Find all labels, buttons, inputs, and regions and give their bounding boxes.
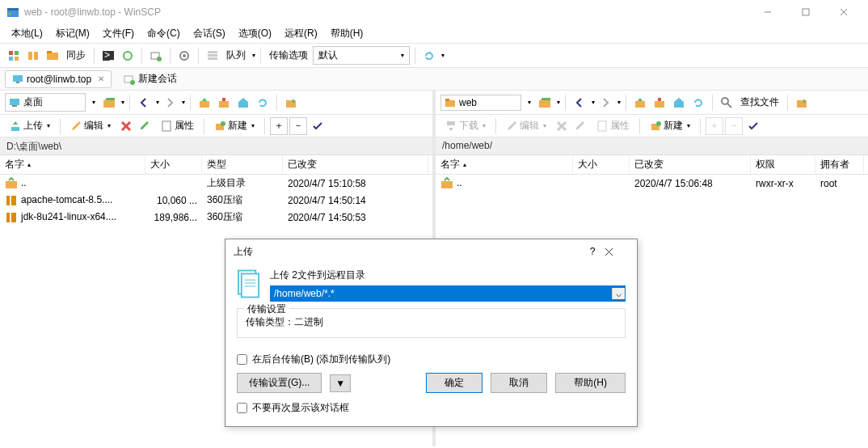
chevron-down-icon[interactable]: ▾ [441, 52, 445, 59]
forward-icon[interactable] [161, 94, 179, 112]
sync-browse-icon[interactable] [44, 47, 61, 65]
maximize-button[interactable] [787, 1, 824, 23]
menu-help[interactable]: 帮助(H) [324, 25, 370, 42]
close-icon[interactable]: ✕ [98, 74, 104, 83]
terminal-icon[interactable]: >_ [99, 47, 117, 65]
checkbox-input[interactable] [237, 403, 247, 413]
check-icon[interactable] [309, 117, 327, 135]
refresh-icon[interactable] [254, 94, 272, 112]
list-item[interactable]: jdk-8u241-linux-x64.... 189,986... 360压缩… [0, 209, 432, 226]
transfer-settings-button[interactable]: 传输设置(G)... [237, 373, 322, 393]
chevron-down-icon[interactable]: ▾ [557, 99, 560, 106]
minimize-button[interactable] [749, 1, 786, 23]
new-button[interactable]: 新建▾ [209, 117, 259, 134]
download-button[interactable]: 下载▾ [440, 117, 491, 134]
back-icon[interactable] [135, 94, 153, 112]
chevron-down-icon[interactable]: ▾ [592, 99, 595, 106]
col-changed[interactable]: 已改变 [283, 155, 428, 174]
col-type[interactable]: 类型 [202, 155, 283, 174]
col-name[interactable]: 名字▴ [0, 155, 145, 174]
plus-icon[interactable]: ＋ [270, 117, 288, 135]
dont-show-again-checkbox[interactable]: 不要再次显示该对话框 [237, 401, 626, 415]
root-dir-icon[interactable] [651, 94, 668, 112]
chevron-down-icon[interactable]: ▾ [617, 99, 621, 106]
remote-path[interactable]: /home/web/ [436, 137, 868, 154]
bookmark-icon[interactable] [282, 94, 300, 112]
remote-drive-combo[interactable]: web [440, 95, 521, 111]
compare-icon[interactable] [24, 47, 42, 65]
col-size[interactable]: 大小 [145, 155, 202, 174]
transfer-settings-dropdown[interactable]: ▼ [330, 374, 351, 392]
upload-button[interactable]: 上传▾ [5, 117, 55, 134]
properties-button[interactable]: 属性 [592, 117, 634, 134]
properties-button[interactable]: 属性 [156, 117, 199, 134]
parent-dir-icon[interactable] [631, 94, 649, 112]
col-changed[interactable]: 已改变 [630, 155, 751, 174]
find-icon[interactable] [718, 94, 735, 112]
bookmark-icon[interactable] [793, 94, 811, 112]
menu-remote[interactable]: 远程(R) [278, 25, 324, 42]
root-dir-icon[interactable] [215, 94, 233, 112]
cancel-button[interactable]: 取消 [491, 373, 547, 393]
home-icon[interactable] [670, 94, 688, 112]
menu-options[interactable]: 选项(O) [232, 25, 278, 42]
parent-dir-icon[interactable] [196, 94, 213, 112]
chevron-down-icon[interactable]: ▾ [525, 95, 534, 109]
transfer-preset-combo[interactable]: 默认 ▾ [313, 46, 410, 65]
dialog-close-button[interactable] [605, 247, 629, 256]
edit-button[interactable]: 编辑▾ [501, 117, 551, 134]
gear-icon[interactable] [175, 47, 193, 65]
chevron-down-icon[interactable]: ▾ [252, 52, 255, 59]
chevron-down-icon[interactable]: ▾ [121, 99, 124, 106]
col-size[interactable]: 大小 [573, 155, 630, 174]
list-item[interactable]: .. 2020/4/7 15:06:48 rwxr-xr-x root [436, 175, 868, 192]
chevron-down-icon[interactable]: ▾ [89, 95, 99, 109]
toolbar-icon-1[interactable] [5, 47, 23, 65]
edit-button[interactable]: 编辑▾ [65, 117, 116, 134]
sync-icon[interactable] [119, 47, 137, 65]
background-transfer-checkbox[interactable]: 在后台传输(B) (添加到传输队列) [237, 353, 626, 366]
session-tab-active[interactable]: root@linwb.top ✕ [5, 70, 112, 88]
local-file-list[interactable]: .. 上级目录 2020/4/7 15:10:58 apache-tomcat-… [0, 175, 432, 226]
col-name[interactable]: 名字▴ [436, 155, 573, 174]
queue-label[interactable]: 队列 [223, 49, 249, 62]
list-item[interactable]: .. 上级目录 2020/4/7 15:10:58 [0, 175, 432, 192]
minus-icon[interactable]: － [289, 117, 307, 135]
find-files-label[interactable]: 查找文件 [737, 95, 782, 109]
delete-icon[interactable] [117, 117, 135, 135]
queue-icon[interactable] [204, 47, 221, 65]
menu-mark[interactable]: 标记(M) [49, 25, 96, 42]
col-owner[interactable]: 拥有者 [815, 155, 864, 174]
col-perm[interactable]: 权限 [751, 155, 815, 174]
open-folder-icon[interactable] [536, 94, 554, 112]
chevron-down-icon[interactable]: ▾ [182, 99, 185, 106]
checkbox-input[interactable] [237, 354, 247, 365]
refresh-icon[interactable] [689, 94, 707, 112]
back-icon[interactable] [571, 94, 588, 112]
home-icon[interactable] [234, 94, 252, 112]
rename-icon[interactable] [137, 117, 154, 135]
local-drive-combo[interactable]: 桌面 [5, 93, 86, 112]
check-icon[interactable] [744, 117, 762, 135]
open-folder-icon[interactable] [100, 94, 118, 112]
menu-file[interactable]: 文件(F) [96, 25, 141, 42]
new-session-icon[interactable] [147, 47, 165, 65]
remote-path-input[interactable]: /home/web/*.* ⌵ [270, 285, 626, 302]
local-path[interactable]: D:\桌面\web\ [0, 137, 436, 154]
menu-command[interactable]: 命令(C) [141, 25, 187, 42]
chevron-down-icon[interactable]: ▾ [156, 99, 159, 106]
new-session-tab[interactable]: 新建会话 [116, 69, 184, 89]
menu-session[interactable]: 会话(S) [187, 25, 232, 42]
refresh-icon[interactable] [420, 47, 438, 65]
list-item[interactable]: apache-tomcat-8.5.... 10,060 ... 360压缩 2… [0, 192, 432, 209]
menu-local[interactable]: 本地(L) [5, 25, 49, 42]
dialog-help-button[interactable]: ? [580, 246, 605, 257]
ok-button[interactable]: 确定 [426, 373, 482, 393]
remote-file-list[interactable]: .. 2020/4/7 15:06:48 rwxr-xr-x root [436, 175, 868, 192]
sync-label[interactable]: 同步 [63, 49, 89, 62]
chevron-down-icon[interactable]: ⌵ [612, 288, 625, 299]
new-button[interactable]: 新建▾ [645, 117, 695, 134]
close-button[interactable] [825, 1, 862, 23]
help-button[interactable]: 帮助(H) [555, 373, 626, 393]
forward-icon[interactable] [596, 94, 614, 112]
